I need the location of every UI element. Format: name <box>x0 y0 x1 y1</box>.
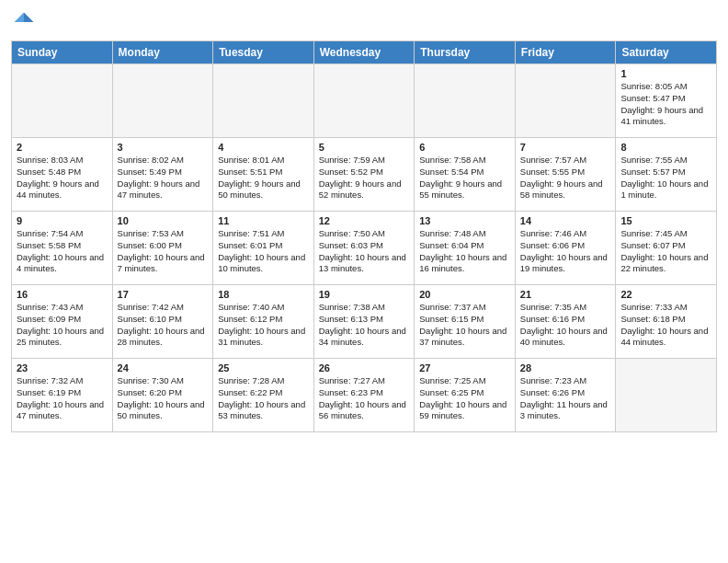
weekday-header-wednesday: Wednesday <box>313 41 415 64</box>
calendar-cell: 27Sunrise: 7:25 AM Sunset: 6:25 PM Dayli… <box>415 359 516 432</box>
weekday-header-saturday: Saturday <box>616 41 717 64</box>
weekday-header-monday: Monday <box>112 41 213 64</box>
calendar-cell: 11Sunrise: 7:51 AM Sunset: 6:01 PM Dayli… <box>213 212 314 285</box>
calendar-cell: 7Sunrise: 7:57 AM Sunset: 5:55 PM Daylig… <box>515 138 616 212</box>
calendar-week-row: 2Sunrise: 8:03 AM Sunset: 5:48 PM Daylig… <box>12 138 717 212</box>
weekday-header-row: SundayMondayTuesdayWednesdayThursdayFrid… <box>12 41 717 64</box>
day-number: 15 <box>620 215 711 226</box>
day-number: 6 <box>419 142 510 153</box>
calendar-cell <box>515 64 616 138</box>
day-info: Sunrise: 7:48 AM Sunset: 6:04 PM Dayligh… <box>419 228 510 275</box>
day-info: Sunrise: 8:03 AM Sunset: 5:48 PM Dayligh… <box>17 155 108 201</box>
day-info: Sunrise: 8:02 AM Sunset: 5:49 PM Dayligh… <box>118 155 209 201</box>
day-info: Sunrise: 7:42 AM Sunset: 6:10 PM Dayligh… <box>118 302 209 349</box>
calendar-cell: 21Sunrise: 7:35 AM Sunset: 6:16 PM Dayli… <box>515 285 616 359</box>
day-number: 18 <box>218 289 309 300</box>
calendar-table: SundayMondayTuesdayWednesdayThursdayFrid… <box>11 40 717 432</box>
day-number: 3 <box>118 142 209 153</box>
calendar-cell: 26Sunrise: 7:27 AM Sunset: 6:23 PM Dayli… <box>313 359 415 432</box>
calendar-cell: 1Sunrise: 8:05 AM Sunset: 5:47 PM Daylig… <box>616 64 717 138</box>
weekday-header-sunday: Sunday <box>12 41 113 64</box>
day-info: Sunrise: 7:57 AM Sunset: 5:55 PM Dayligh… <box>520 155 611 201</box>
day-info: Sunrise: 7:43 AM Sunset: 6:09 PM Dayligh… <box>17 302 108 349</box>
day-number: 9 <box>17 215 108 226</box>
calendar-cell <box>112 64 213 138</box>
calendar-cell <box>313 64 415 138</box>
calendar-cell: 13Sunrise: 7:48 AM Sunset: 6:04 PM Dayli… <box>415 212 516 285</box>
day-number: 20 <box>419 289 510 300</box>
day-info: Sunrise: 7:40 AM Sunset: 6:12 PM Dayligh… <box>218 302 309 349</box>
day-number: 17 <box>118 289 209 300</box>
day-info: Sunrise: 7:27 AM Sunset: 6:23 PM Dayligh… <box>319 375 410 422</box>
calendar-cell: 8Sunrise: 7:55 AM Sunset: 5:57 PM Daylig… <box>616 138 717 212</box>
day-info: Sunrise: 7:30 AM Sunset: 6:20 PM Dayligh… <box>118 375 209 422</box>
calendar-cell: 24Sunrise: 7:30 AM Sunset: 6:20 PM Dayli… <box>112 359 213 432</box>
calendar-cell: 5Sunrise: 7:59 AM Sunset: 5:52 PM Daylig… <box>313 138 415 212</box>
day-info: Sunrise: 7:28 AM Sunset: 6:22 PM Dayligh… <box>218 375 309 422</box>
calendar-cell: 19Sunrise: 7:38 AM Sunset: 6:13 PM Dayli… <box>313 285 415 359</box>
weekday-header-friday: Friday <box>515 41 616 64</box>
day-info: Sunrise: 7:54 AM Sunset: 5:58 PM Dayligh… <box>17 228 108 275</box>
calendar-cell <box>616 359 717 432</box>
calendar-cell <box>12 64 113 138</box>
calendar-cell: 28Sunrise: 7:23 AM Sunset: 6:26 PM Dayli… <box>515 359 616 432</box>
day-number: 26 <box>319 362 410 373</box>
calendar-cell: 25Sunrise: 7:28 AM Sunset: 6:22 PM Dayli… <box>213 359 314 432</box>
day-number: 19 <box>319 289 410 300</box>
day-info: Sunrise: 7:45 AM Sunset: 6:07 PM Dayligh… <box>620 228 711 275</box>
calendar-cell: 4Sunrise: 8:01 AM Sunset: 5:51 PM Daylig… <box>213 138 314 212</box>
calendar-cell: 16Sunrise: 7:43 AM Sunset: 6:09 PM Dayli… <box>12 285 113 359</box>
day-number: 25 <box>218 362 309 373</box>
calendar-cell: 17Sunrise: 7:42 AM Sunset: 6:10 PM Dayli… <box>112 285 213 359</box>
day-number: 21 <box>520 289 611 300</box>
day-info: Sunrise: 7:38 AM Sunset: 6:13 PM Dayligh… <box>319 302 410 349</box>
logo-icon <box>11 9 37 35</box>
day-info: Sunrise: 7:51 AM Sunset: 6:01 PM Dayligh… <box>218 228 309 275</box>
day-number: 28 <box>520 362 611 373</box>
calendar-week-row: 16Sunrise: 7:43 AM Sunset: 6:09 PM Dayli… <box>12 285 717 359</box>
svg-marker-0 <box>24 13 34 23</box>
calendar-cell: 3Sunrise: 8:02 AM Sunset: 5:49 PM Daylig… <box>112 138 213 212</box>
day-info: Sunrise: 7:53 AM Sunset: 6:00 PM Dayligh… <box>118 228 209 275</box>
calendar-cell: 22Sunrise: 7:33 AM Sunset: 6:18 PM Dayli… <box>616 285 717 359</box>
day-number: 24 <box>118 362 209 373</box>
day-number: 23 <box>17 362 108 373</box>
calendar-cell: 6Sunrise: 7:58 AM Sunset: 5:54 PM Daylig… <box>415 138 516 212</box>
calendar-cell: 12Sunrise: 7:50 AM Sunset: 6:03 PM Dayli… <box>313 212 415 285</box>
day-number: 14 <box>520 215 611 226</box>
day-info: Sunrise: 7:58 AM Sunset: 5:54 PM Dayligh… <box>419 155 510 201</box>
day-info: Sunrise: 7:59 AM Sunset: 5:52 PM Dayligh… <box>319 155 410 201</box>
calendar-cell: 20Sunrise: 7:37 AM Sunset: 6:15 PM Dayli… <box>415 285 516 359</box>
day-number: 22 <box>620 289 711 300</box>
calendar-week-row: 23Sunrise: 7:32 AM Sunset: 6:19 PM Dayli… <box>12 359 717 432</box>
day-info: Sunrise: 8:01 AM Sunset: 5:51 PM Dayligh… <box>218 155 309 201</box>
day-number: 12 <box>319 215 410 226</box>
day-info: Sunrise: 8:05 AM Sunset: 5:47 PM Dayligh… <box>620 81 711 128</box>
day-number: 13 <box>419 215 510 226</box>
day-number: 16 <box>17 289 108 300</box>
day-number: 2 <box>17 142 108 153</box>
calendar-cell <box>415 64 516 138</box>
day-info: Sunrise: 7:25 AM Sunset: 6:25 PM Dayligh… <box>419 375 510 422</box>
calendar-cell: 2Sunrise: 8:03 AM Sunset: 5:48 PM Daylig… <box>12 138 113 212</box>
calendar-cell: 14Sunrise: 7:46 AM Sunset: 6:06 PM Dayli… <box>515 212 616 285</box>
day-number: 8 <box>620 142 711 153</box>
day-number: 5 <box>319 142 410 153</box>
calendar-cell: 9Sunrise: 7:54 AM Sunset: 5:58 PM Daylig… <box>12 212 113 285</box>
weekday-header-tuesday: Tuesday <box>213 41 314 64</box>
day-info: Sunrise: 7:50 AM Sunset: 6:03 PM Dayligh… <box>319 228 410 275</box>
calendar-cell <box>213 64 314 138</box>
logo <box>11 9 40 35</box>
day-number: 27 <box>419 362 510 373</box>
day-number: 7 <box>520 142 611 153</box>
weekday-header-thursday: Thursday <box>415 41 516 64</box>
calendar-week-row: 1Sunrise: 8:05 AM Sunset: 5:47 PM Daylig… <box>12 64 717 138</box>
svg-marker-1 <box>15 13 25 23</box>
calendar-cell: 15Sunrise: 7:45 AM Sunset: 6:07 PM Dayli… <box>616 212 717 285</box>
header <box>11 9 717 35</box>
page: SundayMondayTuesdayWednesdayThursdayFrid… <box>0 0 728 442</box>
day-number: 10 <box>118 215 209 226</box>
day-info: Sunrise: 7:32 AM Sunset: 6:19 PM Dayligh… <box>17 375 108 422</box>
day-info: Sunrise: 7:46 AM Sunset: 6:06 PM Dayligh… <box>520 228 611 275</box>
day-info: Sunrise: 7:55 AM Sunset: 5:57 PM Dayligh… <box>620 155 711 201</box>
